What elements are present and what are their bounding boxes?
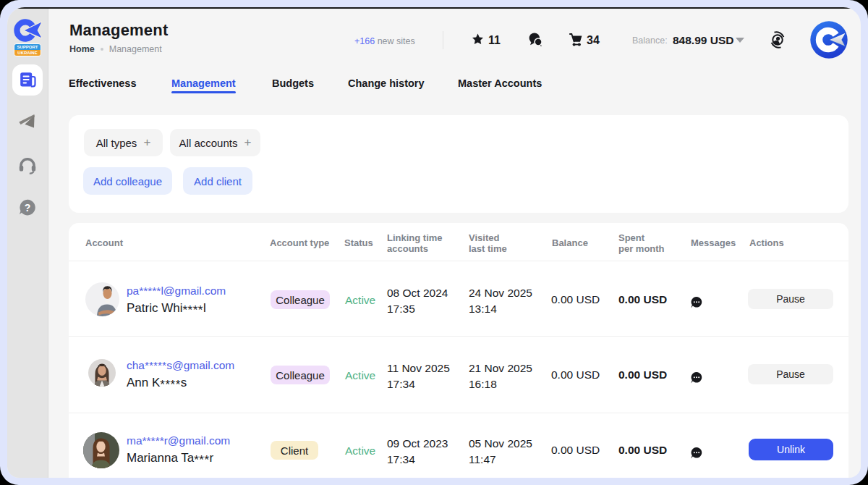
svg-text:?: ? — [25, 202, 31, 214]
